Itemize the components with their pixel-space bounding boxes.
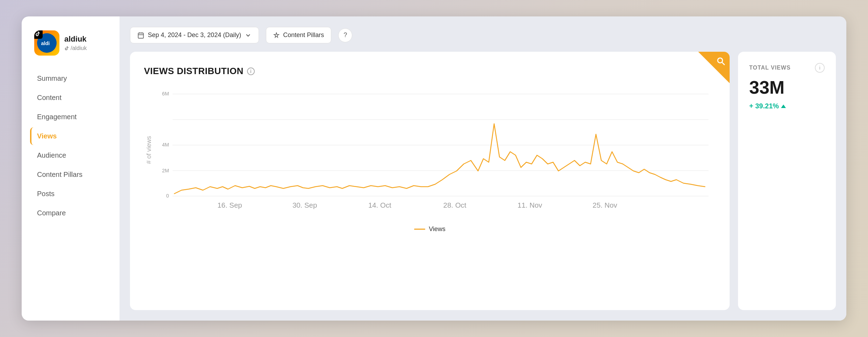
content-pillars-label: Content Pillars (283, 31, 324, 39)
profile-handle: /aldiuk (64, 45, 87, 51)
svg-text:16. Sep: 16. Sep (217, 201, 242, 209)
help-icon: ? (343, 31, 347, 39)
svg-text:4M: 4M (162, 142, 169, 148)
svg-rect-1 (138, 33, 144, 38)
stats-card: TOTAL VIEWS i 33M + 39.21% (738, 52, 836, 310)
sparkle-icon (273, 32, 280, 38)
chart-title: VIEWS DISTRIBUTION i (144, 66, 716, 77)
svg-text:2M: 2M (162, 168, 169, 173)
sidebar-item-content[interactable]: Content (30, 89, 111, 107)
stats-change-value: + 39.21% (749, 102, 779, 110)
content-pillars-button[interactable]: Content Pillars (266, 27, 331, 43)
sidebar: aldi aldiuk /aldiuk Summary Content Enga… (22, 16, 120, 321)
svg-text:14. Oct: 14. Oct (368, 201, 391, 209)
tiktok-icon (34, 30, 43, 39)
legend-line-views (414, 229, 425, 230)
chart-info-icon[interactable]: i (247, 67, 255, 75)
stats-arrow-up-icon (781, 105, 786, 108)
legend-label-views: Views (429, 225, 446, 233)
sidebar-item-posts[interactable]: Posts (30, 185, 111, 203)
chart-area: 6M 4M 2M 0 # of views 16. Sep 30. Sep 14… (144, 87, 716, 220)
profile-name: aldiuk (64, 35, 87, 44)
svg-text:30. Sep: 30. Sep (292, 201, 317, 209)
nav-menu: Summary Content Engagement Views Audienc… (22, 70, 120, 222)
stats-label: TOTAL VIEWS (749, 65, 791, 71)
sidebar-item-content-pillars[interactable]: Content Pillars (30, 166, 111, 184)
svg-line-6 (722, 63, 725, 65)
sidebar-item-views[interactable]: Views (30, 127, 111, 145)
app-container: aldi aldiuk /aldiuk Summary Content Enga… (22, 16, 846, 321)
stats-info-icon[interactable]: i (815, 63, 825, 73)
stats-value: 33M (749, 78, 825, 96)
sidebar-item-engagement[interactable]: Engagement (30, 108, 111, 126)
body-row: VIEWS DISTRIBUTION i 6M (130, 52, 836, 310)
svg-text:# of views: # of views (145, 136, 152, 164)
sidebar-item-audience[interactable]: Audience (30, 146, 111, 164)
profile-section: aldi aldiuk /aldiuk (22, 30, 120, 70)
search-icon (716, 56, 725, 68)
chart-svg: 6M 4M 2M 0 # of views 16. Sep 30. Sep 14… (144, 87, 716, 220)
svg-point-5 (718, 58, 723, 63)
chart-card: VIEWS DISTRIBUTION i 6M (130, 52, 730, 310)
sidebar-item-compare[interactable]: Compare (30, 204, 111, 222)
header-bar: Sep 4, 2024 - Dec 3, 2024 (Daily) Conten… (130, 27, 836, 43)
chart-legend: Views (144, 225, 716, 233)
main-content: Sep 4, 2024 - Dec 3, 2024 (Daily) Conten… (120, 16, 846, 321)
profile-logo: aldi (34, 30, 59, 56)
svg-text:25. Nov: 25. Nov (593, 201, 617, 209)
stats-header: TOTAL VIEWS i (749, 63, 825, 73)
date-range-label: Sep 4, 2024 - Dec 3, 2024 (Daily) (148, 31, 241, 39)
chevron-down-icon (245, 32, 252, 39)
svg-text:aldi: aldi (41, 41, 50, 46)
svg-text:6M: 6M (162, 91, 169, 96)
svg-text:28. Oct: 28. Oct (443, 201, 466, 209)
date-range-filter[interactable]: Sep 4, 2024 - Dec 3, 2024 (Daily) (130, 27, 259, 43)
svg-text:11. Nov: 11. Nov (518, 201, 542, 209)
calendar-icon (137, 32, 144, 39)
sidebar-item-summary[interactable]: Summary (30, 70, 111, 87)
help-button[interactable]: ? (338, 28, 352, 42)
profile-info: aldiuk /aldiuk (64, 35, 87, 51)
svg-text:0: 0 (166, 193, 169, 199)
stats-change: + 39.21% (749, 102, 825, 110)
